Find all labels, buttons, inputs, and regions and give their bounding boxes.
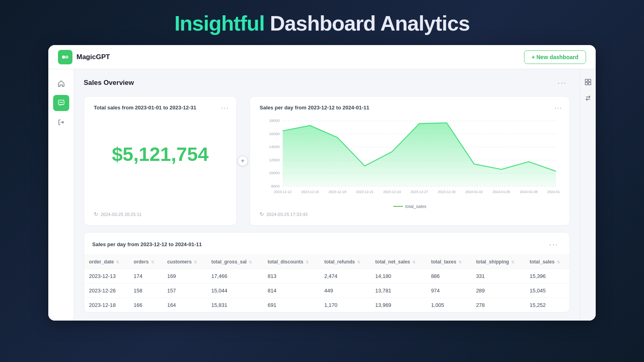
svg-text:8000: 8000	[271, 184, 279, 188]
refresh-icon: ↻	[94, 211, 98, 217]
table-cell-0-6: 14,180	[370, 269, 426, 284]
col-total-refunds: total_refunds ⇅	[320, 255, 371, 269]
table-cell-2-1: 166	[129, 298, 162, 313]
section-header: Sales Overview ···	[84, 77, 570, 88]
table-cell-1-8: 289	[471, 284, 525, 298]
dashboard-body: Sales Overview ··· Total sales from 2023…	[48, 69, 596, 321]
svg-rect-32	[585, 82, 588, 85]
svg-text:2023-12-24: 2023-12-24	[383, 190, 401, 194]
total-sales-timestamp: 2024-03-25 20:25:11	[101, 212, 142, 217]
col-order-date: order_date ⇅	[84, 255, 129, 269]
table-cell-0-0: 2023-12-13	[84, 269, 129, 284]
table-more-button[interactable]: ···	[546, 239, 561, 250]
cards-row: Total sales from 2023-01-01 to 2023-12-3…	[84, 96, 570, 226]
table-header-row: order_date ⇅ orders ⇅ customers ⇅ total_…	[84, 255, 570, 269]
dashboard-container: MagicGPT + New dashboard	[48, 45, 596, 321]
chart-card-title: Sales per day from 2023-12-12 to 2024-01…	[260, 105, 560, 111]
total-sales-card: Total sales from 2023-01-01 to 2023-12-3…	[84, 96, 237, 226]
svg-text:12000: 12000	[269, 158, 280, 162]
svg-text:16000: 16000	[269, 132, 280, 136]
table-row: 2023-12-2615815715,04481444913,781974289…	[84, 284, 570, 298]
svg-text:2023-12-21: 2023-12-21	[356, 190, 374, 194]
chart-area: 18000 16000 14000 12000 10000 8000	[260, 116, 560, 202]
svg-rect-31	[588, 79, 591, 82]
sidebar-item-logout[interactable]	[53, 114, 69, 130]
dashboard-header: MagicGPT + New dashboard	[48, 45, 596, 69]
svg-rect-33	[588, 82, 591, 85]
col-total-discounts: total_discounts ⇅	[263, 255, 320, 269]
table-cell-2-6: 13,969	[370, 298, 426, 313]
svg-rect-30	[585, 79, 588, 82]
chart-card: Sales per day from 2023-12-12 to 2024-01…	[250, 96, 570, 226]
sales-table: order_date ⇅ orders ⇅ customers ⇅ total_…	[84, 255, 570, 312]
table-card: Sales per day from 2023-12-12 to 2024-01…	[84, 232, 570, 313]
svg-text:2023-12-27: 2023-12-27	[411, 190, 428, 194]
svg-text:2024-01-02: 2024-01-02	[465, 190, 483, 194]
svg-text:2024-01-11: 2024-01-11	[547, 190, 560, 194]
table-cell-1-5: 449	[320, 284, 371, 298]
table-cell-2-8: 278	[471, 298, 525, 313]
table-cell-0-9: 15,396	[525, 269, 570, 284]
main-content: Sales Overview ··· Total sales from 2023…	[74, 69, 580, 321]
legend-line	[393, 206, 403, 207]
svg-text:18000: 18000	[269, 118, 280, 123]
table-cell-1-2: 157	[162, 284, 206, 298]
table-cell-1-0: 2023-12-26	[84, 284, 129, 298]
table-row: 2023-12-1317416917,4668132,47414,1808863…	[84, 269, 570, 284]
line-chart-svg: 18000 16000 14000 12000 10000 8000	[260, 116, 560, 202]
table-cell-1-1: 158	[129, 284, 162, 298]
table-cell-1-9: 15,045	[525, 284, 570, 298]
svg-text:2024-01-08: 2024-01-08	[520, 190, 538, 194]
col-orders: orders ⇅	[129, 255, 162, 269]
svg-text:10000: 10000	[269, 171, 280, 175]
table-cell-2-5: 1,170	[320, 298, 371, 313]
chart-card-footer: ↻ 2024-03-25 17:33:43	[260, 211, 560, 217]
chart-refresh-icon: ↻	[260, 211, 264, 217]
section-more-button[interactable]: ···	[554, 77, 570, 88]
col-customers: customers ⇅	[162, 255, 206, 269]
sidebar	[48, 69, 74, 321]
logo-icon	[58, 50, 72, 64]
svg-point-5	[62, 102, 62, 103]
right-panel	[580, 69, 596, 321]
svg-text:2023-12-12: 2023-12-12	[274, 190, 291, 194]
sidebar-item-chat[interactable]	[53, 95, 69, 111]
table-card-header: Sales per day from 2023-12-12 to 2024-01…	[84, 232, 570, 255]
table-cell-2-7: 1,005	[426, 298, 471, 313]
table-row: 2023-12-1816616415,8316911,17013,9691,00…	[84, 298, 570, 313]
col-total-net-sales: total_net_sales ⇅	[370, 255, 426, 269]
grid-icon[interactable]	[582, 76, 594, 88]
table-cell-2-4: 691	[263, 298, 320, 313]
table-cell-2-0: 2023-12-18	[84, 298, 129, 313]
col-total-gross-sal: total_gross_sal ⇅	[206, 255, 263, 269]
logo-text: MagicGPT	[76, 53, 110, 61]
col-total-shipping: total_shipping ⇅	[471, 255, 525, 269]
sidebar-item-home[interactable]	[53, 76, 69, 92]
add-widget-button[interactable]: +	[237, 156, 248, 166]
table-cell-0-4: 813	[263, 269, 320, 284]
logo-area: MagicGPT	[58, 50, 110, 64]
svg-point-1	[65, 56, 68, 59]
svg-text:2023-12-18: 2023-12-18	[328, 190, 346, 194]
svg-text:2024-01-05: 2024-01-05	[493, 190, 510, 194]
svg-text:14000: 14000	[269, 144, 280, 149]
table-card-title: Sales per day from 2023-12-12 to 2024-01…	[92, 241, 202, 247]
section-title: Sales Overview	[84, 79, 134, 87]
page-title: Insightful Dashboard Analytics	[174, 0, 470, 45]
total-sales-more-button[interactable]: ···	[221, 104, 229, 112]
table-cell-2-9: 15,252	[525, 298, 570, 313]
table-cell-1-4: 814	[263, 284, 320, 298]
svg-text:2023-12-15: 2023-12-15	[301, 190, 319, 194]
table-cell-2-2: 164	[162, 298, 206, 313]
new-dashboard-button[interactable]: + New dashboard	[524, 50, 586, 64]
table-cell-1-7: 974	[426, 284, 471, 298]
svg-marker-18	[283, 123, 556, 186]
swap-icon[interactable]	[582, 92, 594, 105]
chart-more-button[interactable]: ···	[554, 104, 562, 112]
table-cell-0-5: 2,474	[320, 269, 371, 284]
svg-point-0	[62, 56, 65, 59]
total-sales-value: $5,121,754	[94, 127, 227, 181]
table-cell-0-7: 886	[426, 269, 471, 284]
table-cell-2-3: 15,831	[206, 298, 263, 313]
table-cell-1-3: 15,044	[206, 284, 263, 298]
